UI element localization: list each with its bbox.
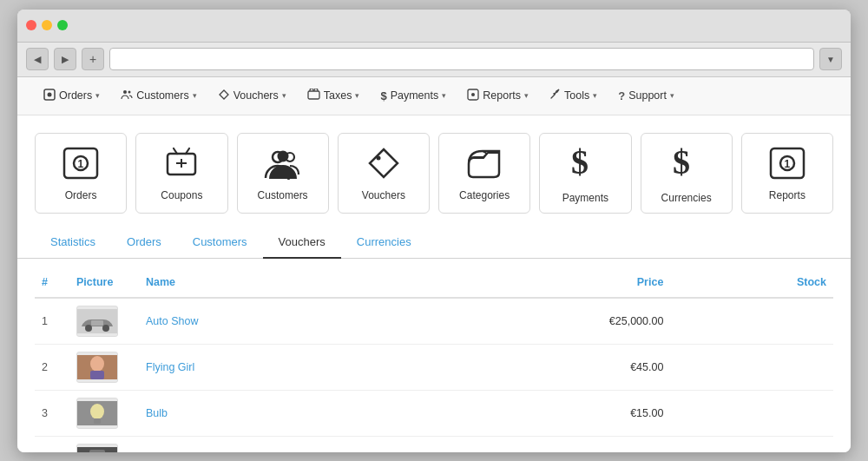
menu-taxes-label: Taxes xyxy=(324,89,352,102)
product-image-2 xyxy=(76,398,118,429)
col-header-hash: # xyxy=(35,267,69,298)
menu-item-customers[interactable]: Customers ▾ xyxy=(112,83,205,109)
menu-payments-label: Payments xyxy=(391,89,439,102)
cell-price-1: €45.00 xyxy=(415,344,671,390)
support-arrow-icon: ▾ xyxy=(670,91,674,100)
table-header-row: # Picture Name Price Stock xyxy=(35,267,833,298)
card-reports[interactable]: 1 Reports xyxy=(741,133,833,214)
menu-item-tools[interactable]: Tools ▾ xyxy=(541,83,606,108)
cell-price-2: €15.00 xyxy=(415,390,671,436)
url-input[interactable] xyxy=(109,48,814,70)
cell-name-3[interactable]: Galaxy Note xyxy=(139,436,415,452)
card-coupons[interactable]: Coupons xyxy=(135,133,227,214)
tab-vouchers[interactable]: Vouchers xyxy=(263,227,341,259)
forward-button[interactable]: ▶ xyxy=(54,48,76,70)
cell-name-2[interactable]: Bulb xyxy=(139,390,415,436)
menu-reports-label: Reports xyxy=(483,89,521,102)
table-row: 2 Flying Girl €45.00 xyxy=(35,344,833,390)
product-image-0 xyxy=(76,306,118,337)
customers-arrow-icon: ▾ xyxy=(193,91,197,100)
taxes-menu-icon xyxy=(307,89,320,102)
svg-rect-33 xyxy=(89,450,105,452)
card-vouchers[interactable]: Vouchers xyxy=(338,133,430,214)
card-categories[interactable]: Categories xyxy=(438,133,530,214)
new-tab-button[interactable]: + xyxy=(82,48,104,70)
cell-price-3: €900.00 xyxy=(415,436,671,452)
payments-menu-icon: $ xyxy=(380,89,386,102)
orders-card-icon: 1 xyxy=(62,147,99,184)
cell-name-1[interactable]: Flying Girl xyxy=(139,344,415,390)
svg-point-16 xyxy=(376,155,380,160)
cell-picture-2 xyxy=(69,390,139,436)
svg-point-30 xyxy=(90,404,104,419)
svg-point-27 xyxy=(90,356,104,372)
col-header-stock: Stock xyxy=(670,267,833,298)
taxes-arrow-icon: ▾ xyxy=(355,91,359,100)
categories-card-icon xyxy=(466,147,503,184)
svg-text:$: $ xyxy=(673,144,690,181)
cell-picture-0 xyxy=(69,298,139,345)
icon-grid: 1 Orders Coupons xyxy=(17,115,851,227)
payments-card-icon: $ xyxy=(569,144,601,187)
card-customers-label: Customers xyxy=(258,189,308,201)
svg-point-6 xyxy=(471,93,475,96)
tab-currencies[interactable]: Currencies xyxy=(341,227,427,259)
title-bar xyxy=(17,10,851,43)
menu-item-vouchers[interactable]: Vouchers ▾ xyxy=(209,83,295,109)
back-button[interactable]: ◀ xyxy=(26,48,49,70)
maximize-button[interactable] xyxy=(57,20,68,30)
reports-arrow-icon: ▾ xyxy=(524,91,529,100)
vouchers-menu-icon xyxy=(218,89,230,103)
nav-bar: ◀ ▶ + ▼ xyxy=(17,43,851,77)
svg-point-2 xyxy=(123,90,127,94)
customers-menu-icon xyxy=(121,89,133,103)
card-vouchers-label: Vouchers xyxy=(362,189,405,201)
card-currencies[interactable]: $ Currencies xyxy=(641,133,733,214)
tab-orders[interactable]: Orders xyxy=(111,227,177,259)
top-menu: Orders ▾ Customers ▾ Vouchers ▾ xyxy=(17,77,851,115)
payments-arrow-icon: ▾ xyxy=(442,91,446,100)
table-row: 4 Galaxy Note €900.00 xyxy=(35,436,833,452)
cell-stock-1 xyxy=(670,344,833,390)
tools-menu-icon xyxy=(549,89,561,102)
cell-id-3: 4 xyxy=(35,436,69,452)
col-header-picture: Picture xyxy=(69,267,139,298)
card-payments-label: Payments xyxy=(562,192,608,204)
cell-picture-1 xyxy=(69,344,139,390)
reports-card-icon: 1 xyxy=(769,147,806,184)
tab-statistics[interactable]: Statistics xyxy=(35,227,111,259)
close-button[interactable] xyxy=(26,20,36,30)
card-coupons-label: Coupons xyxy=(161,189,202,201)
svg-point-3 xyxy=(128,90,131,93)
card-categories-label: Categories xyxy=(459,189,510,201)
card-orders[interactable]: 1 Orders xyxy=(35,133,127,214)
cell-id-2: 3 xyxy=(35,390,69,436)
table-row: 1 Auto Show €25,000.00 xyxy=(35,298,833,345)
menu-item-support[interactable]: ? Support ▾ xyxy=(609,84,683,108)
menu-customers-label: Customers xyxy=(136,89,188,102)
reports-menu-icon xyxy=(467,89,479,103)
card-payments[interactable]: $ Payments xyxy=(539,133,631,214)
cell-stock-3 xyxy=(670,436,833,452)
svg-rect-25 xyxy=(91,320,103,326)
menu-support-label: Support xyxy=(628,89,667,102)
card-customers[interactable]: Customers xyxy=(237,133,329,214)
browser-window: ◀ ▶ + ▼ Orders ▾ Customers ▾ xyxy=(17,10,851,452)
tab-customers[interactable]: Customers xyxy=(177,227,263,259)
menu-item-taxes[interactable]: Taxes ▾ xyxy=(299,83,369,108)
svg-point-24 xyxy=(102,325,109,332)
svg-text:1: 1 xyxy=(78,158,84,170)
menu-item-orders[interactable]: Orders ▾ xyxy=(35,83,108,109)
svg-rect-28 xyxy=(90,371,104,379)
cell-name-0[interactable]: Auto Show xyxy=(139,298,415,345)
svg-point-15 xyxy=(277,150,288,161)
menu-item-payments[interactable]: $ Payments ▾ xyxy=(372,84,455,108)
orders-menu-icon xyxy=(43,89,56,103)
nav-dropdown-button[interactable]: ▼ xyxy=(819,48,842,70)
minimize-button[interactable] xyxy=(42,20,52,30)
vouchers-table: # Picture Name Price Stock 1 Auto Show €… xyxy=(35,267,833,452)
col-header-name: Name xyxy=(139,267,415,298)
menu-item-reports[interactable]: Reports ▾ xyxy=(458,83,537,109)
orders-arrow-icon: ▾ xyxy=(95,91,100,100)
tools-arrow-icon: ▾ xyxy=(593,91,597,100)
